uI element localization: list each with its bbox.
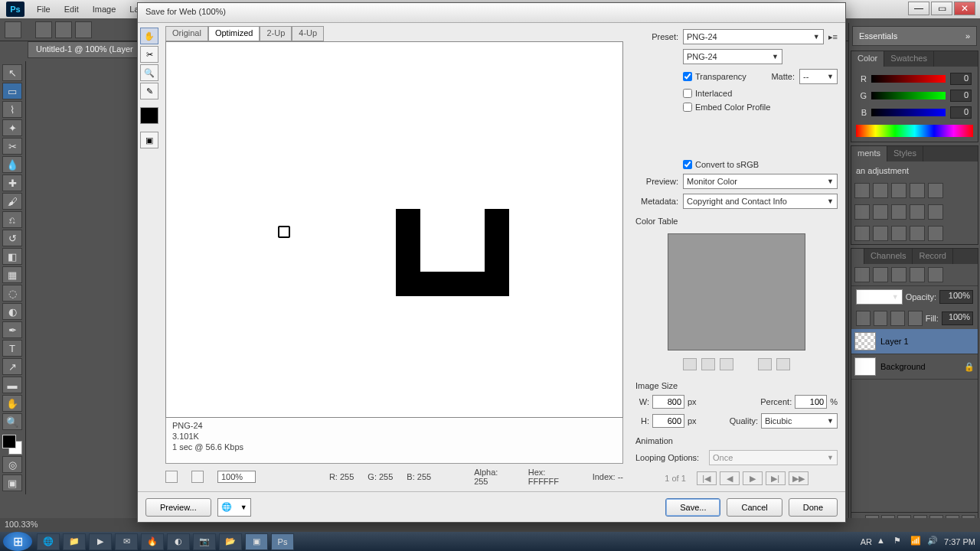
stamp-tool[interactable]: ⎌: [2, 211, 22, 228]
blend-mode[interactable]: ▼: [856, 289, 903, 305]
start-button[interactable]: ⊞: [3, 532, 32, 551]
r-slider[interactable]: [871, 75, 946, 83]
lock-icon[interactable]: [856, 311, 871, 326]
tray-clock[interactable]: 7:37 PM: [944, 537, 975, 546]
history-brush-tool[interactable]: ↺: [2, 230, 22, 246]
matte-select[interactable]: --▼: [799, 69, 838, 84]
color-ramp[interactable]: [856, 125, 973, 137]
eyedropper-color[interactable]: [140, 107, 158, 124]
height-input[interactable]: [652, 414, 684, 428]
gradient-tool[interactable]: ▦: [2, 266, 22, 283]
format-select[interactable]: PNG-24▼: [683, 49, 782, 64]
adj-icon[interactable]: [910, 204, 925, 220]
menu-image[interactable]: Image: [87, 2, 122, 16]
adj-icon[interactable]: [891, 204, 906, 220]
filter-icon[interactable]: [891, 267, 906, 282]
color-swatches[interactable]: [2, 435, 22, 455]
filter-icon[interactable]: [854, 267, 870, 282]
ct-btn[interactable]: [701, 358, 715, 370]
hand-tool-icon[interactable]: ✋: [140, 28, 158, 44]
screen-mode[interactable]: ▣: [2, 474, 22, 491]
filter-icon[interactable]: [873, 267, 888, 282]
adj-icon[interactable]: [873, 226, 888, 241]
percent-input[interactable]: [795, 395, 827, 409]
adj-icon[interactable]: [891, 226, 906, 241]
filter-icon[interactable]: [910, 267, 925, 282]
tab-original[interactable]: Original: [165, 26, 208, 41]
save-button[interactable]: Save...: [665, 498, 720, 517]
grid-icon[interactable]: [165, 471, 178, 483]
layer-item[interactable]: Layer 1: [851, 329, 978, 354]
g-slider[interactable]: [871, 92, 946, 99]
quality-select[interactable]: Bicubic▼: [761, 413, 838, 429]
zoom-tool-icon[interactable]: 🔍: [140, 64, 158, 81]
b-slider[interactable]: [871, 109, 946, 116]
transparency-checkbox[interactable]: Transparency: [683, 72, 746, 81]
tab-styles[interactable]: Styles: [887, 146, 923, 161]
adj-icon[interactable]: [928, 226, 943, 241]
tab-color[interactable]: Color: [851, 51, 884, 67]
taskbar-icon[interactable]: 📂: [219, 533, 242, 550]
adj-icon[interactable]: [854, 226, 870, 241]
taskbar-icon[interactable]: 📁: [63, 533, 86, 550]
b-value[interactable]: 0: [950, 106, 972, 119]
tray-lang[interactable]: AR: [861, 537, 872, 546]
close-button[interactable]: ✕: [954, 2, 975, 15]
marquee-tool[interactable]: ▭: [2, 83, 22, 99]
eraser-tool[interactable]: ◧: [2, 248, 22, 265]
width-input[interactable]: [652, 395, 684, 409]
convert-srgb-checkbox[interactable]: Convert to sRGB: [683, 160, 759, 169]
tab-adjustments[interactable]: ments: [851, 146, 887, 161]
adj-icon[interactable]: [910, 183, 925, 198]
preset-menu-icon[interactable]: ▸≡: [828, 32, 838, 42]
tray-network-icon[interactable]: 📶: [910, 536, 923, 548]
preview-canvas[interactable]: [165, 41, 623, 418]
g-value[interactable]: 0: [950, 90, 972, 102]
lock-icon[interactable]: [908, 311, 923, 326]
slice-tool-icon[interactable]: ✂: [140, 46, 158, 63]
preset-select[interactable]: PNG-24▼: [683, 29, 824, 44]
type-tool[interactable]: T: [2, 340, 22, 357]
pen-tool[interactable]: ✒: [2, 321, 22, 338]
wand-tool[interactable]: ✦: [2, 119, 22, 136]
adj-icon[interactable]: [891, 183, 906, 198]
preview-button[interactable]: Preview...: [145, 498, 211, 517]
path-tool[interactable]: ↗: [2, 358, 22, 375]
adj-icon[interactable]: [873, 204, 888, 220]
opt-icon-2[interactable]: [55, 21, 72, 38]
zoom-tool[interactable]: 🔍: [2, 413, 22, 430]
fill-input[interactable]: 100%: [942, 311, 973, 325]
embed-profile-checkbox[interactable]: Embed Color Profile: [683, 103, 770, 112]
color-table[interactable]: [668, 233, 805, 350]
tray-volume-icon[interactable]: 🔊: [927, 536, 939, 548]
blur-tool[interactable]: ◌: [2, 285, 22, 302]
adj-icon[interactable]: [873, 183, 888, 198]
shape-tool[interactable]: ▬: [2, 377, 22, 393]
cancel-button[interactable]: Cancel: [727, 498, 782, 517]
ct-btn[interactable]: [720, 358, 733, 370]
taskbar-photoshop[interactable]: Ps: [271, 533, 294, 550]
eyedropper-tool-icon[interactable]: ✎: [140, 83, 158, 99]
crop-tool[interactable]: ✂: [2, 138, 22, 155]
taskbar-icon[interactable]: 🌐: [37, 533, 60, 550]
layer-item[interactable]: Background🔒: [851, 354, 978, 380]
adj-icon[interactable]: [854, 183, 870, 198]
menu-edit[interactable]: Edit: [58, 2, 85, 16]
move-tool[interactable]: ↖: [2, 64, 22, 81]
r-value[interactable]: 0: [950, 73, 972, 85]
tab-2up[interactable]: 2-Up: [260, 26, 292, 41]
menu-file[interactable]: File: [31, 2, 57, 16]
minimize-button[interactable]: —: [908, 2, 929, 15]
brush-tool[interactable]: 🖌: [2, 193, 22, 210]
zoom-select[interactable]: 100%: [217, 471, 256, 483]
tray-icon[interactable]: ⚑: [893, 536, 906, 548]
healing-tool[interactable]: ✚: [2, 174, 22, 191]
browser-select[interactable]: 🌐▼: [217, 498, 251, 517]
filter-icon[interactable]: [928, 267, 943, 282]
grid-icon[interactable]: [191, 471, 204, 483]
tab-paths[interactable]: Record: [913, 249, 952, 264]
eyedropper-tool[interactable]: 💧: [2, 156, 22, 173]
adj-icon[interactable]: [854, 204, 870, 220]
workspace-selector[interactable]: Essentials»: [852, 26, 977, 46]
tab-optimized[interactable]: Optimized: [208, 26, 260, 41]
